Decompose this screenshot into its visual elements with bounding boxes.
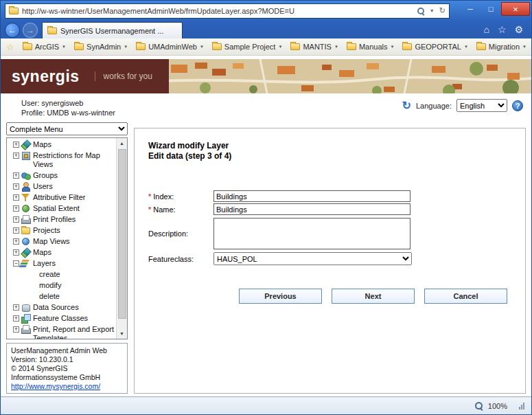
zoom-magnifier-icon[interactable] <box>474 401 483 410</box>
tree-item-print-profiles[interactable]: + Print Profiles <box>13 214 115 225</box>
wizard-panel: Wizard modify Layer Edit data (step 3 of… <box>134 128 526 394</box>
forward-button[interactable]: → <box>23 23 38 38</box>
settings-gear-icon[interactable]: ⚙ <box>514 24 523 35</box>
tree-item-label[interactable]: Maps <box>33 140 51 149</box>
tree-item-label[interactable]: Maps <box>33 248 51 257</box>
maximize-button[interactable]: □ <box>481 2 501 16</box>
menu-select[interactable]: Complete Menu <box>6 122 128 135</box>
favorites-star-icon[interactable]: ☆ <box>498 24 507 35</box>
favorites-bar-star-icon[interactable]: ☆ <box>6 42 14 52</box>
chevron-down-icon: ▼ <box>200 45 204 49</box>
expand-icon[interactable]: + <box>13 326 19 333</box>
tree-item-label[interactable]: Spatial Extent <box>33 204 80 213</box>
expand-icon[interactable]: + <box>13 172 19 179</box>
tree-item-groups[interactable]: + Groups <box>13 170 115 181</box>
tree-item-label[interactable]: Attributive Filter <box>33 193 85 202</box>
expand-icon[interactable]: + <box>13 216 19 223</box>
favorites-item-synadmin[interactable]: SynAdmin ▼ <box>70 41 132 52</box>
tree-item-feature-classes[interactable]: + Feature Classes <box>13 313 115 324</box>
favorites-item-geoportal[interactable]: GEOPORTAL ▼ <box>398 41 472 52</box>
tree-item-create[interactable]: create <box>13 269 115 280</box>
scroll-up-icon[interactable]: ▲ <box>117 138 127 148</box>
index-input[interactable] <box>213 190 410 202</box>
name-row: *Name: <box>148 203 511 215</box>
previous-button[interactable]: Previous <box>239 289 322 304</box>
reload-profile-icon[interactable]: ↻ <box>402 100 411 111</box>
favorites-item-sample-project[interactable]: Sample Project ▼ <box>208 41 287 52</box>
tree-item-modify[interactable]: modify <box>13 280 115 291</box>
tree-item-label[interactable]: create <box>39 270 60 279</box>
sidebar: Complete Menu + Maps + Restrictions for … <box>6 122 128 394</box>
tree-item-label[interactable]: Map Views <box>33 237 70 246</box>
tree-item-layers[interactable]: − Layers <box>13 258 115 269</box>
close-button[interactable]: × <box>501 2 530 16</box>
zoom-level[interactable]: 100% <box>488 402 507 410</box>
title-bar: http://w-ws-wintner/UserManagementAdminW… <box>1 1 531 21</box>
name-input[interactable] <box>213 203 410 215</box>
tree-item-label[interactable]: Users <box>33 182 53 191</box>
tree-item-users[interactable]: + Users <box>13 181 115 192</box>
tree-item-spatial-extent[interactable]: + Spatial Extent <box>13 203 115 214</box>
home-icon[interactable]: ⌂ <box>483 24 489 35</box>
tree-item-delete[interactable]: delete <box>13 291 115 302</box>
url-text[interactable]: http://w-ws-wintner/UserManagementAdminW… <box>22 7 413 15</box>
favorites-item-migration[interactable]: Migration ▼ <box>472 41 531 52</box>
tree-item-label[interactable]: Groups <box>33 171 58 180</box>
minimize-button[interactable]: ─ <box>460 2 481 16</box>
expand-icon[interactable]: + <box>13 205 19 212</box>
tree-item-label[interactable]: modify <box>39 281 61 290</box>
expand-icon[interactable]: + <box>13 249 19 256</box>
favorites-item-manuals[interactable]: Manuals ▼ <box>343 41 399 52</box>
tree-scrollbar[interactable]: ▲ ▼ <box>116 138 127 339</box>
expand-icon[interactable]: + <box>13 227 19 234</box>
tree-item-label[interactable]: Projects <box>33 226 60 235</box>
required-marker: * <box>148 205 151 214</box>
scrollbar-thumb[interactable] <box>118 149 126 319</box>
tree-item-label[interactable]: Restrictions for Map Views <box>33 151 115 169</box>
maps-icon <box>21 140 30 149</box>
tree-item-print-report-templates[interactable]: + Print, Report and Export Templates <box>13 324 115 339</box>
address-dropdown-icon[interactable]: ▼ <box>430 8 435 13</box>
favorites-item-mantis[interactable]: MANTIS ▼ <box>286 41 343 52</box>
collapse-icon[interactable]: − <box>13 260 19 267</box>
expand-icon[interactable]: + <box>13 238 19 245</box>
tree-item-map-views[interactable]: + Map Views <box>13 236 115 247</box>
help-icon[interactable]: ? <box>512 100 523 111</box>
tree-item-attributive-filter[interactable]: + Attributive Filter <box>13 192 115 203</box>
expand-icon[interactable]: + <box>13 315 19 322</box>
signal-bars-icon <box>519 403 524 410</box>
tree-item-maps[interactable]: + Maps <box>13 139 115 150</box>
synergis-link[interactable]: http://www.mysynergis.com/ <box>11 382 100 390</box>
expand-icon[interactable]: + <box>13 183 19 190</box>
tree-item-label[interactable]: Print Profiles <box>33 215 76 224</box>
tree-item-label[interactable]: Feature Classes <box>33 314 88 323</box>
tree-item-label[interactable]: Print, Report and Export Templates <box>33 325 115 340</box>
expand-icon[interactable]: + <box>13 153 19 159</box>
featureclass-label: Featureclass: <box>148 255 194 263</box>
favorites-item-umadminweb[interactable]: UMAdminWeb ▼ <box>132 41 208 52</box>
tree-item-label[interactable]: delete <box>39 292 60 301</box>
address-bar[interactable]: http://w-ws-wintner/UserManagementAdminW… <box>5 3 450 19</box>
expand-icon[interactable]: + <box>13 142 19 148</box>
tree-item-maps-2[interactable]: + Maps <box>13 247 115 258</box>
expand-icon[interactable]: + <box>13 304 19 311</box>
tree-item-projects[interactable]: + Projects <box>13 225 115 236</box>
scroll-down-icon[interactable]: ▼ <box>117 328 127 339</box>
featureclass-select[interactable]: HAUS_POL <box>213 252 412 265</box>
expand-icon[interactable]: + <box>13 194 19 201</box>
back-button[interactable]: ← <box>5 23 20 38</box>
chevron-down-icon: ▼ <box>390 45 394 49</box>
tree-item-data-sources[interactable]: + Data Sources <box>13 302 115 313</box>
tree-item-label[interactable]: Data Sources <box>33 303 79 312</box>
description-textarea[interactable] <box>213 218 410 249</box>
tree-item-restrictions[interactable]: + Restrictions for Map Views <box>13 150 115 170</box>
cancel-button[interactable]: Cancel <box>424 289 507 304</box>
browser-tab[interactable]: SynerGIS Usermanagement ... <box>42 22 183 38</box>
user-label: User: <box>21 99 39 107</box>
language-select[interactable]: English <box>456 99 507 112</box>
favorites-item-arcgis[interactable]: ArcGIS ▼ <box>19 41 70 52</box>
search-icon[interactable] <box>417 7 425 15</box>
tree-item-label[interactable]: Layers <box>33 259 56 268</box>
refresh-icon[interactable]: ↻ <box>439 6 446 15</box>
next-button[interactable]: Next <box>332 289 415 304</box>
